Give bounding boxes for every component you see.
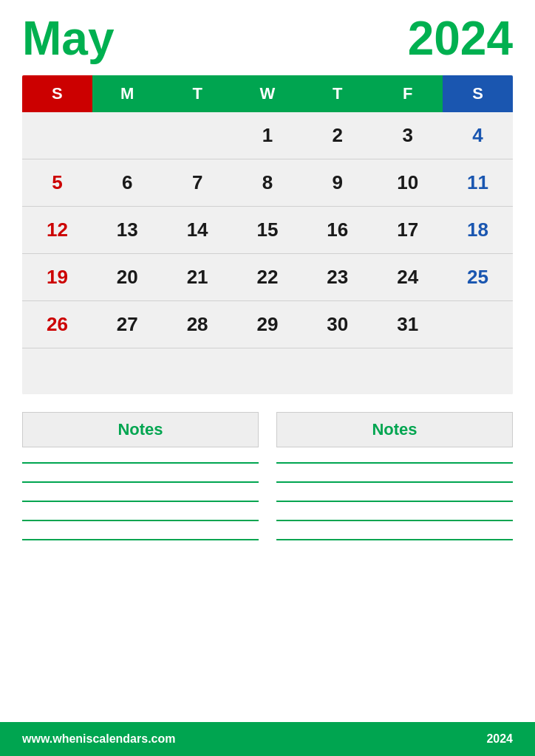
notes-line	[276, 462, 513, 464]
header-tuesday: T	[163, 75, 233, 112]
day-cell: 11	[443, 159, 513, 207]
day-cell: 16	[302, 207, 372, 254]
header-wednesday: W	[233, 75, 303, 112]
day-cell	[163, 112, 233, 159]
calendar-table: S M T W T F S 1 2 3 4	[22, 75, 513, 394]
day-cell: 10	[372, 159, 443, 207]
day-cell: 8	[233, 159, 303, 207]
notes-line	[22, 462, 259, 464]
day-cell	[372, 348, 443, 394]
notes-column-left: Notes	[22, 412, 259, 708]
day-cell: 17	[372, 207, 443, 254]
header-saturday: S	[443, 75, 513, 112]
notes-header-box-right: Notes	[276, 412, 513, 447]
footer-year: 2024	[486, 732, 513, 746]
day-cell	[22, 348, 92, 394]
day-cell	[92, 348, 163, 394]
notes-lines-left	[22, 462, 259, 540]
day-cell	[92, 112, 163, 159]
calendar-body: 1 2 3 4 5 6 7 8 9 10 11 12	[22, 112, 513, 394]
table-row	[22, 348, 513, 394]
day-cell: 3	[372, 112, 443, 159]
day-cell: 31	[372, 301, 443, 348]
day-cell: 15	[233, 207, 303, 254]
table-row: 12 13 14 15 16 17 18	[22, 207, 513, 254]
day-cell: 4	[443, 112, 513, 159]
day-cell: 6	[92, 159, 163, 207]
day-cell: 27	[92, 301, 163, 348]
page-wrapper: May 2024 S M T W T F S	[0, 0, 535, 756]
notes-column-right: Notes	[276, 412, 513, 708]
notes-label-left: Notes	[117, 420, 163, 439]
day-cell: 22	[233, 254, 303, 301]
table-row: 1 2 3 4	[22, 112, 513, 159]
day-cell: 14	[163, 207, 233, 254]
notes-label-right: Notes	[372, 420, 417, 439]
calendar-header-row: S M T W T F S	[22, 75, 513, 112]
day-cell: 19	[22, 254, 92, 301]
notes-line	[276, 520, 513, 521]
notes-section: Notes Notes	[22, 412, 513, 708]
notes-header-box-left: Notes	[22, 412, 259, 447]
month-title: May	[22, 15, 115, 62]
header-monday: M	[92, 75, 163, 112]
day-cell: 9	[302, 159, 372, 207]
day-cell: 30	[302, 301, 372, 348]
day-cell: 2	[302, 112, 372, 159]
footer-website: www.wheniscalendars.com	[22, 732, 175, 746]
header-thursday: T	[302, 75, 372, 112]
table-row: 26 27 28 29 30 31	[22, 301, 513, 348]
notes-line	[276, 539, 513, 540]
day-cell: 5	[22, 159, 92, 207]
header-sunday: S	[22, 75, 92, 112]
day-cell: 13	[92, 207, 163, 254]
day-cell	[163, 348, 233, 394]
notes-lines-right	[276, 462, 513, 540]
day-cell: 7	[163, 159, 233, 207]
day-cell: 1	[233, 112, 303, 159]
day-cell	[22, 112, 92, 159]
year-title: 2024	[408, 15, 513, 62]
day-cell	[302, 348, 372, 394]
notes-line	[276, 501, 513, 502]
notes-line	[276, 481, 513, 483]
day-cell	[233, 348, 303, 394]
calendar-header: May 2024	[22, 15, 513, 62]
day-cell: 25	[443, 254, 513, 301]
day-cell: 21	[163, 254, 233, 301]
notes-line	[22, 539, 259, 540]
calendar-wrapper: S M T W T F S 1 2 3 4	[22, 75, 513, 394]
day-cell: 18	[443, 207, 513, 254]
day-cell: 23	[302, 254, 372, 301]
day-cell	[443, 348, 513, 394]
footer: www.wheniscalendars.com 2024	[0, 722, 535, 756]
notes-line	[22, 501, 259, 502]
day-cell: 26	[22, 301, 92, 348]
table-row: 19 20 21 22 23 24 25	[22, 254, 513, 301]
day-cell: 24	[372, 254, 443, 301]
table-row: 5 6 7 8 9 10 11	[22, 159, 513, 207]
day-cell: 12	[22, 207, 92, 254]
header-friday: F	[372, 75, 443, 112]
day-cell: 28	[163, 301, 233, 348]
day-cell	[443, 301, 513, 348]
notes-line	[22, 520, 259, 521]
day-cell: 29	[233, 301, 303, 348]
notes-line	[22, 481, 259, 483]
day-cell: 20	[92, 254, 163, 301]
